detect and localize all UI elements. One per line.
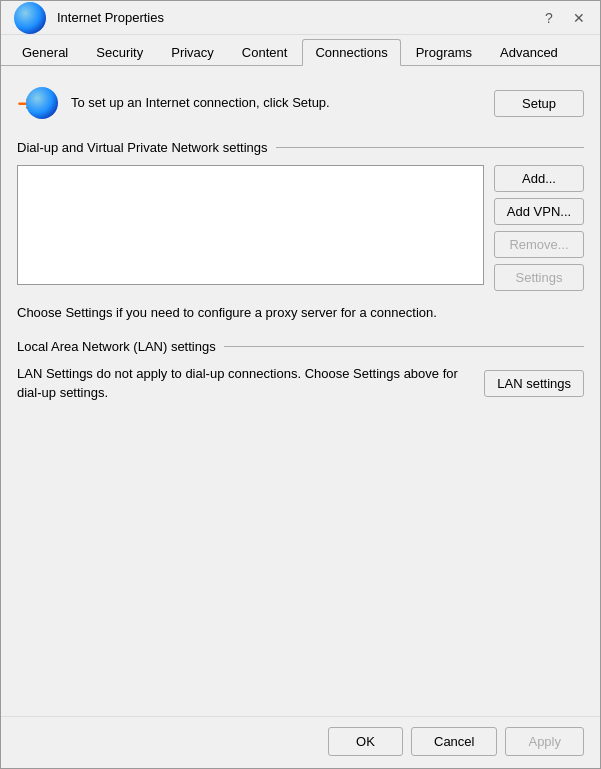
dialup-divider <box>276 147 585 148</box>
tab-programs[interactable]: Programs <box>403 39 485 65</box>
proxy-text: Choose Settings if you need to configure… <box>17 303 584 323</box>
tab-content[interactable]: Content <box>229 39 301 65</box>
vpn-list <box>17 165 484 285</box>
title-bar-controls: ? ✕ <box>536 5 592 31</box>
cancel-button[interactable]: Cancel <box>411 727 497 756</box>
footer: OK Cancel Apply <box>1 716 600 768</box>
remove-button[interactable]: Remove... <box>494 231 584 258</box>
title-bar: Internet Properties ? ✕ <box>1 1 600 35</box>
lan-settings-button[interactable]: LAN settings <box>484 370 584 397</box>
app-icon <box>9 0 51 39</box>
tab-security[interactable]: Security <box>83 39 156 65</box>
dialog: Internet Properties ? ✕ General Security… <box>0 0 601 769</box>
content-area: ➜ To set up an Internet connection, clic… <box>1 66 600 716</box>
help-button[interactable]: ? <box>536 5 562 31</box>
apply-button[interactable]: Apply <box>505 727 584 756</box>
dialup-section-header: Dial-up and Virtual Private Network sett… <box>17 140 584 155</box>
dialup-section-title: Dial-up and Virtual Private Network sett… <box>17 140 268 155</box>
title-bar-text: Internet Properties <box>57 10 536 25</box>
lan-row: LAN Settings do not apply to dial-up con… <box>17 364 584 403</box>
lan-section-header: Local Area Network (LAN) settings <box>17 339 584 354</box>
tab-connections[interactable]: Connections <box>302 39 400 66</box>
lan-section: Local Area Network (LAN) settings LAN Se… <box>17 339 584 403</box>
settings-button[interactable]: Settings <box>494 264 584 291</box>
vpn-area: Add... Add VPN... Remove... Settings <box>17 165 584 291</box>
setup-description: To set up an Internet connection, click … <box>71 94 494 112</box>
ok-button[interactable]: OK <box>328 727 403 756</box>
tab-privacy[interactable]: Privacy <box>158 39 227 65</box>
lan-description: LAN Settings do not apply to dial-up con… <box>17 364 472 403</box>
setup-icon: ➜ <box>17 82 59 124</box>
setup-button[interactable]: Setup <box>494 90 584 117</box>
tab-advanced[interactable]: Advanced <box>487 39 571 65</box>
lan-section-title: Local Area Network (LAN) settings <box>17 339 216 354</box>
tab-bar: General Security Privacy Content Connect… <box>1 35 600 66</box>
tab-general[interactable]: General <box>9 39 81 65</box>
add-vpn-button[interactable]: Add VPN... <box>494 198 584 225</box>
lan-divider <box>224 346 584 347</box>
close-button[interactable]: ✕ <box>566 5 592 31</box>
vpn-buttons: Add... Add VPN... Remove... Settings <box>494 165 584 291</box>
setup-row: ➜ To set up an Internet connection, clic… <box>17 82 584 124</box>
add-button[interactable]: Add... <box>494 165 584 192</box>
